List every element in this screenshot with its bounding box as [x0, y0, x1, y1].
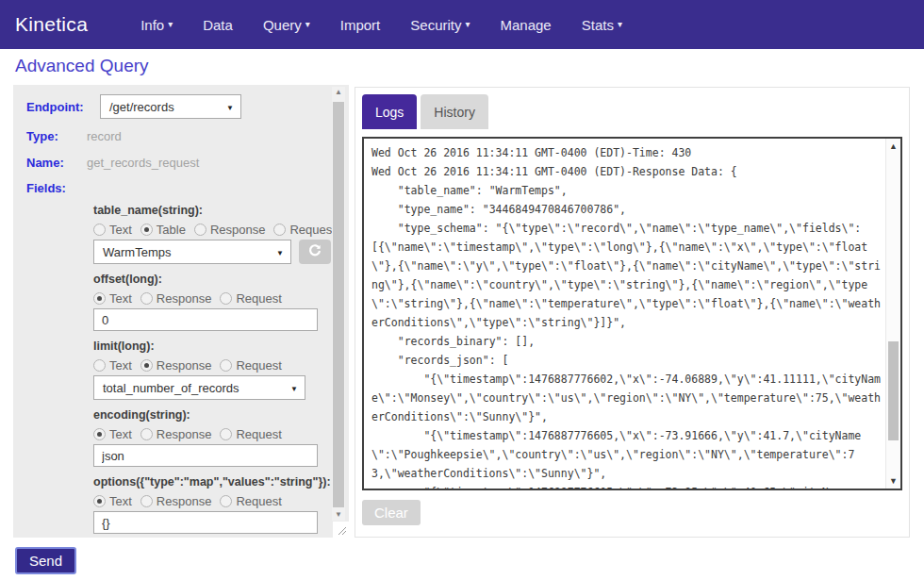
send-button[interactable]: Send: [15, 547, 76, 574]
logs-tabbar: Logs History: [362, 94, 909, 129]
chevron-down-icon: ▼: [226, 104, 234, 112]
radio-label: Request: [236, 291, 281, 306]
radio-label: Request: [289, 223, 335, 237]
tab-logs[interactable]: Logs: [362, 94, 417, 129]
scroll-up-icon[interactable]: ▲: [332, 87, 345, 98]
radio-button: [140, 495, 153, 507]
nav-item-stats[interactable]: Stats▾: [582, 17, 622, 33]
nav-item-import[interactable]: Import: [340, 17, 381, 33]
top-navbar: Kinetica Info▾ Data Query▾ Import Securi…: [0, 0, 924, 49]
logs-panel: Logs History Wed Oct 26 2016 11:34:11 GM…: [355, 87, 910, 538]
radio-button: [140, 292, 153, 305]
radio-option-text[interactable]: Text: [93, 494, 132, 508]
type-value: record: [87, 129, 122, 143]
radio-option-response[interactable]: Response: [140, 494, 212, 508]
radio-button: [93, 428, 106, 440]
page-title: Advanced Query: [15, 56, 149, 76]
log-output-area[interactable]: Wed Oct 26 2016 11:34:11 GMT-0400 (EDT)-…: [362, 137, 902, 490]
log-text: Wed Oct 26 2016 11:34:11 GMT-0400 (EDT)-…: [364, 139, 885, 489]
limit-select[interactable]: total_number_of_records ▼: [93, 375, 305, 400]
field-group-offset: offset(long): Text Response Request: [93, 273, 349, 331]
radio-option-table[interactable]: Table: [140, 223, 186, 237]
scrollbar-thumb[interactable]: [888, 341, 899, 440]
resize-grip-icon[interactable]: [333, 522, 349, 538]
chevron-down-icon: ▼: [276, 249, 284, 257]
nav-item-label: Query: [263, 17, 302, 33]
radio-option-request[interactable]: Request: [220, 358, 281, 373]
nav-item-manage[interactable]: Manage: [501, 17, 552, 33]
field-label: limit(long):: [93, 340, 349, 356]
options-input[interactable]: [93, 511, 318, 534]
endpoint-select[interactable]: /get/records ▼: [100, 94, 241, 119]
encoding-input[interactable]: [93, 444, 318, 467]
radio-option-request[interactable]: Request: [220, 494, 281, 508]
radio-option-response[interactable]: Response: [140, 358, 212, 373]
scroll-down-icon[interactable]: ▼: [332, 509, 345, 521]
radio-label: Response: [210, 223, 266, 237]
type-label: Type:: [26, 129, 87, 143]
radio-button: [220, 359, 232, 372]
scroll-up-icon[interactable]: ▲: [886, 140, 900, 153]
field-group-table-name: table_name(string): Text Table Response …: [93, 204, 349, 264]
field-label: encoding(string):: [93, 408, 349, 424]
nav-item-label: Import: [340, 17, 381, 33]
radio-label: Request: [236, 494, 281, 508]
clear-button[interactable]: Clear: [362, 500, 421, 525]
radio-option-response[interactable]: Response: [140, 291, 212, 306]
radio-option-text[interactable]: Text: [93, 358, 132, 373]
fields-row: Fields:: [26, 179, 349, 196]
chevron-down-icon: ▾: [618, 20, 622, 29]
radio-button: [194, 224, 206, 236]
radio-button: [93, 224, 106, 236]
offset-input[interactable]: [93, 308, 318, 331]
radio-label: Response: [157, 427, 212, 441]
chevron-down-icon: ▾: [168, 20, 173, 29]
radio-label: Request: [236, 358, 281, 373]
radio-button: [140, 359, 153, 372]
radio-option-request[interactable]: Request: [273, 223, 335, 237]
main-nav: Info▾ Data Query▾ Import Security▾ Manag…: [140, 17, 622, 33]
advanced-query-page: Kinetica Info▾ Data Query▾ Import Securi…: [0, 0, 924, 580]
nav-item-label: Security: [410, 17, 461, 33]
radio-option-response[interactable]: Response: [194, 223, 266, 237]
scrollbar-thumb[interactable]: [333, 102, 344, 507]
chevron-down-icon: ▾: [305, 20, 310, 29]
name-label: Name:: [26, 156, 87, 170]
radio-option-text[interactable]: Text: [93, 291, 132, 306]
source-radio-group: Text Response Request: [93, 357, 349, 373]
field-label: offset(long):: [93, 273, 349, 289]
source-radio-group: Text Response Request: [93, 426, 349, 442]
limit-select-value: total_number_of_records: [103, 381, 239, 395]
nav-item-info[interactable]: Info▾: [140, 17, 173, 33]
form-panel-scrollbar[interactable]: ▲ ▼: [332, 87, 345, 521]
radio-button: [220, 495, 232, 507]
nav-item-label: Data: [203, 17, 233, 33]
tab-history[interactable]: History: [421, 94, 488, 129]
nav-item-security[interactable]: Security▾: [410, 17, 470, 33]
type-row: Type: record: [26, 126, 349, 145]
radio-label: Text: [109, 223, 132, 237]
table-select-value: WarmTemps: [103, 245, 171, 259]
field-group-limit: limit(long): Text Response Request total…: [93, 340, 349, 400]
radio-option-text[interactable]: Text: [93, 427, 132, 441]
nav-item-query[interactable]: Query▾: [263, 17, 310, 33]
source-radio-group: Text Response Request: [93, 493, 349, 509]
app-logo[interactable]: Kinetica: [15, 13, 88, 36]
radio-label: Request: [236, 427, 281, 441]
field-label: table_name(string):: [93, 204, 349, 220]
field-group-options: options({"type":"map","values":"string"}…: [93, 475, 349, 534]
log-scrollbar[interactable]: ▲ ▼: [885, 139, 900, 489]
radio-option-request[interactable]: Request: [220, 291, 281, 306]
radio-option-text[interactable]: Text: [93, 223, 132, 237]
radio-option-request[interactable]: Request: [220, 427, 281, 441]
scroll-down-icon[interactable]: ▼: [886, 474, 900, 488]
name-value: get_records_request: [87, 156, 199, 170]
radio-option-response[interactable]: Response: [140, 427, 212, 441]
refresh-tables-button[interactable]: [299, 240, 331, 264]
refresh-icon: [307, 243, 322, 261]
nav-item-label: Manage: [501, 17, 552, 33]
nav-item-data[interactable]: Data: [203, 17, 233, 33]
endpoint-select-value: /get/records: [109, 100, 174, 114]
table-select[interactable]: WarmTemps ▼: [93, 240, 291, 264]
fields-label: Fields:: [26, 181, 87, 195]
